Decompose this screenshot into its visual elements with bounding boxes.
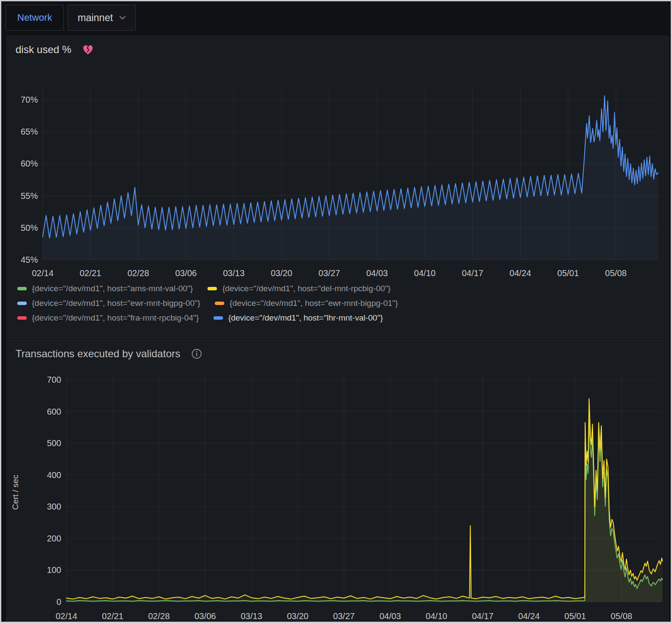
network-value-text: mainnet (78, 12, 113, 24)
legend-label: {device="/dev/md1", host="ams-mnt-val-00… (32, 284, 193, 293)
svg-text:500: 500 (47, 438, 61, 448)
panel-transactions: Transactions executed by validators 0100… (6, 343, 669, 623)
svg-text:04/10: 04/10 (414, 268, 436, 278)
broken-heart-icon (82, 43, 94, 56)
svg-text:02/28: 02/28 (127, 268, 149, 278)
series-color-swatch (17, 316, 27, 320)
legend-item-fra-mnt-rpcbig-04[interactable]: {device="/dev/md1", host="fra-mnt-rpcbig… (17, 313, 199, 323)
svg-text:03/13: 03/13 (241, 611, 262, 621)
panel-disk-used: disk used % 45%50%55%60%65%70%02/1402/21… (6, 36, 669, 342)
svg-text:04/24: 04/24 (518, 611, 540, 621)
network-variable-label: Network (6, 5, 64, 31)
svg-text:04/24: 04/24 (509, 268, 531, 278)
svg-text:0: 0 (57, 597, 61, 607)
network-label-text: Network (17, 12, 52, 23)
series-color-swatch (214, 316, 223, 320)
svg-text:02/21: 02/21 (102, 611, 123, 621)
svg-text:04/17: 04/17 (462, 268, 484, 278)
svg-text:04/03: 04/03 (366, 268, 388, 278)
svg-text:50%: 50% (21, 223, 38, 233)
svg-text:03/06: 03/06 (175, 268, 197, 278)
svg-text:05/08: 05/08 (611, 611, 632, 621)
series-color-swatch (17, 302, 27, 305)
transactions-chart[interactable]: 010020030040050060070002/1402/2102/2803/… (7, 367, 669, 623)
panel-title-transactions[interactable]: Transactions executed by validators (16, 348, 180, 360)
legend-label: {device="/dev/md1", host="ewr-mnt-bigpg-… (229, 299, 398, 308)
legend-item-ams-mnt-val-00[interactable]: {device="/dev/md1", host="ams-mnt-val-00… (17, 284, 193, 293)
svg-text:03/13: 03/13 (223, 268, 245, 278)
series-color-swatch (215, 302, 224, 305)
panel-title-disk-used[interactable]: disk used % (16, 44, 71, 56)
series-color-swatch (207, 287, 217, 290)
svg-text:03/06: 03/06 (195, 611, 216, 621)
svg-text:02/28: 02/28 (148, 611, 170, 621)
svg-text:700: 700 (47, 375, 61, 384)
disk-used-chart[interactable]: 45%50%55%60%65%70%02/1402/2102/2803/0603… (7, 66, 669, 282)
chevron-down-icon (119, 16, 126, 20)
legend-item-ewr-mnt-bigpg-00[interactable]: {device="/dev/md1", host="ewr-mnt-bigpg-… (17, 299, 200, 308)
svg-text:70%: 70% (21, 95, 38, 104)
legend-label: {device="/dev/md1", host="del-mnt-rpcbig… (222, 284, 390, 293)
legend-label: {device="/dev/md1", host="ewr-mnt-bigpg-… (32, 299, 200, 308)
svg-text:02/21: 02/21 (80, 268, 101, 278)
svg-text:04/03: 04/03 (380, 611, 401, 621)
svg-text:02/14: 02/14 (32, 268, 53, 278)
disk-used-legend: {device="/dev/md1", host="ams-mnt-val-00… (17, 284, 398, 323)
svg-text:02/14: 02/14 (56, 611, 77, 621)
svg-text:Cert / sec: Cert / sec (11, 475, 20, 510)
network-variable-dropdown[interactable]: mainnet (68, 5, 136, 31)
svg-text:55%: 55% (21, 191, 38, 201)
svg-text:400: 400 (47, 470, 61, 480)
svg-text:05/01: 05/01 (565, 611, 586, 621)
svg-text:600: 600 (47, 407, 61, 416)
legend-label: {device="/dev/md1", host="lhr-mnt-val-00… (228, 313, 383, 323)
legend-item-ewr-mnt-bigpg-01[interactable]: {device="/dev/md1", host="ewr-mnt-bigpg-… (215, 299, 398, 308)
info-icon[interactable] (191, 348, 203, 360)
dashboard: { "toolbar": { "network_label": "Network… (0, 0, 672, 623)
svg-text:04/10: 04/10 (426, 611, 447, 621)
series-color-swatch (17, 287, 27, 290)
svg-text:05/01: 05/01 (557, 268, 579, 278)
svg-text:200: 200 (47, 534, 61, 543)
svg-text:05/08: 05/08 (605, 268, 627, 278)
variables-bar: Network mainnet (1, 1, 671, 34)
svg-text:03/27: 03/27 (318, 268, 340, 278)
legend-label: {device="/dev/md1", host="fra-mnt-rpcbig… (32, 313, 199, 323)
svg-text:60%: 60% (21, 159, 38, 168)
svg-text:65%: 65% (21, 127, 38, 136)
svg-text:100: 100 (47, 565, 61, 575)
svg-text:300: 300 (47, 502, 61, 511)
svg-text:45%: 45% (21, 255, 38, 264)
svg-text:04/17: 04/17 (472, 611, 493, 621)
legend-item-lhr-mnt-val-00[interactable]: {device="/dev/md1", host="lhr-mnt-val-00… (214, 313, 383, 323)
svg-text:03/20: 03/20 (271, 268, 292, 278)
legend-item-del-mnt-rpcbig-00[interactable]: {device="/dev/md1", host="del-mnt-rpcbig… (207, 284, 390, 293)
svg-text:03/27: 03/27 (333, 611, 355, 621)
svg-text:03/20: 03/20 (287, 611, 308, 621)
